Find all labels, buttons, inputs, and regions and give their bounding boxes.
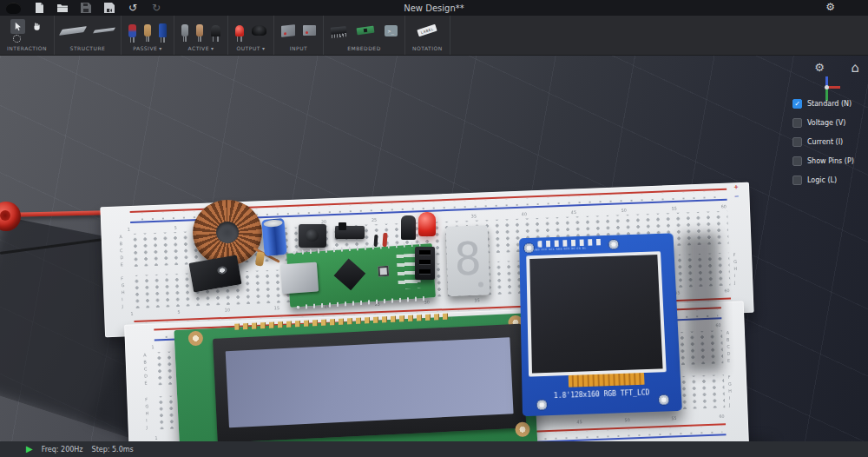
tft-lcd-module[interactable]: GND VCC SCL SDA RES DC CS BL 1.8'128x160… — [519, 233, 682, 416]
open-folder-icon[interactable] — [56, 2, 69, 14]
home-view-icon[interactable]: ⌂ — [851, 60, 859, 76]
row-letters-left-top: ABCDE — [142, 353, 150, 386]
rotate-tool-icon[interactable] — [13, 35, 21, 43]
cast-shadow — [681, 233, 723, 373]
undo-icon[interactable]: ↺ — [127, 2, 139, 14]
palette-group-embedded: >_ EMBEDDED — [324, 16, 405, 55]
arduino-nano[interactable] — [286, 243, 436, 308]
seven-segment-display[interactable]: 8 — [446, 225, 490, 296]
reset-button[interactable] — [378, 266, 389, 277]
resistor-icon[interactable] — [128, 24, 136, 37]
select-tool-cursor-icon[interactable] — [10, 19, 25, 34]
save-as-icon[interactable] — [103, 2, 115, 14]
palette-label-active[interactable]: ACTIVE▾ — [187, 43, 214, 53]
row-letters-left-bottom: FGHIJ — [144, 397, 152, 430]
tft-screen-frame — [526, 251, 666, 376]
usb-connector — [280, 262, 319, 295]
status-bar: ▶ Freq: 200Hz Step: 5.0ms — [0, 441, 868, 457]
component-palette: INTERACTION STRUCTURE PASSIVE▾ ACTI — [0, 16, 868, 56]
palette-label-input: INPUT — [290, 43, 307, 53]
female-header-socket[interactable] — [415, 247, 435, 280]
row-letters-right-bottom: FGHIJ — [733, 252, 740, 285]
dropdown-caret-icon: ▾ — [159, 45, 162, 51]
palette-group-notation: LABEL NOTATION — [405, 16, 450, 55]
buzzer-icon[interactable] — [252, 25, 266, 36]
checkbox-icon[interactable] — [792, 118, 802, 128]
palette-group-passive: PASSIVE▾ — [122, 16, 174, 55]
rail-plus-mark: + — [733, 183, 739, 190]
display-option-logic[interactable]: Logic (L) — [792, 176, 863, 185]
checkbox-icon[interactable] — [792, 176, 802, 185]
viewport-gear-icon[interactable]: ⚙ — [814, 61, 825, 74]
decimal-point — [478, 281, 483, 287]
breadboard-large-icon[interactable] — [59, 26, 87, 36]
row-letters-right-top: ABCDE — [726, 330, 733, 363]
sim-frequency: Freq: 200Hz — [42, 446, 83, 454]
save-icon[interactable] — [80, 2, 92, 14]
breadboard-small-icon[interactable] — [93, 27, 115, 33]
ic-chip-icon[interactable] — [331, 26, 347, 35]
capacitor-icon[interactable] — [159, 23, 167, 37]
play-button-icon[interactable]: ▶ — [26, 445, 33, 454]
power-supply-icon[interactable] — [281, 24, 295, 37]
lcd-bezel — [213, 324, 526, 441]
row-letters-left-top: ABCDE — [119, 234, 127, 267]
label-sticker-icon[interactable]: LABEL — [418, 24, 437, 36]
checkbox-checked-icon[interactable]: ✓ — [792, 99, 802, 109]
character-lcd-module[interactable] — [174, 313, 537, 441]
checkbox-icon[interactable] — [792, 137, 802, 147]
palette-label-passive[interactable]: PASSIVE▾ — [133, 43, 162, 53]
dropdown-caret-icon: ▾ — [211, 45, 214, 51]
palette-label-notation: NOTATION — [412, 43, 443, 53]
display-options-panel: ✓ Standard (N) Voltage (V) Current (I) S… — [792, 99, 863, 185]
rail-minus-mark: − — [733, 193, 739, 200]
tft-pin-labels: GND VCC SCL SDA RES DC CS BL — [533, 247, 587, 251]
display-option-voltage[interactable]: Voltage (V) — [792, 118, 863, 128]
new-file-icon[interactable] — [33, 2, 45, 14]
tft-pin-pads — [537, 239, 603, 248]
palette-label-embedded: EMBEDDED — [347, 43, 381, 53]
sim-step: Step: 5.0ms — [92, 446, 134, 454]
diode-icon[interactable] — [181, 24, 188, 36]
palette-label-structure: STRUCTURE — [70, 43, 106, 53]
palette-label-interaction: INTERACTION — [7, 43, 47, 53]
slide-switch[interactable] — [335, 226, 365, 239]
axis-x-red — [827, 86, 840, 89]
transistor-icon[interactable] — [211, 25, 220, 36]
display-option-show-pins[interactable]: Show Pins (P) — [792, 156, 863, 166]
red-led[interactable] — [418, 212, 436, 236]
push-button[interactable] — [299, 224, 326, 248]
tft-flex-cable — [569, 373, 645, 387]
title-bar: ↺ ↻ New Design** ⚙ — [0, 0, 868, 16]
bench-supply-icon[interactable] — [303, 25, 316, 36]
diode-tan-icon[interactable] — [196, 24, 203, 36]
palette-label-output[interactable]: OUTPUT▾ — [236, 43, 265, 53]
settings-gear-icon[interactable]: ⚙ — [825, 1, 835, 13]
electrolytic-capacitor[interactable] — [261, 218, 287, 256]
led-icon[interactable] — [235, 25, 244, 36]
resistor-tan-icon[interactable] — [144, 24, 151, 36]
viewport-3d[interactable]: + − 151015202530354045505560 ABCDE FGHIJ… — [0, 56, 868, 441]
checkbox-icon[interactable] — [792, 156, 802, 166]
app-window: ↺ ↻ New Design** ⚙ — [0, 0, 868, 457]
tft-screen — [529, 255, 662, 373]
palette-group-input: INPUT — [274, 16, 324, 55]
palette-group-output: OUTPUT▾ — [228, 16, 274, 55]
mcu-chip — [334, 259, 366, 291]
hand-tool-icon[interactable] — [29, 19, 43, 34]
palette-group-structure: STRUCTURE — [55, 16, 122, 55]
dropdown-caret-icon: ▾ — [262, 45, 266, 51]
row-letters-right-bottom: FGHIJ — [727, 374, 735, 407]
palette-group-interaction: INTERACTION — [0, 16, 55, 55]
redo-icon[interactable]: ↻ — [150, 2, 162, 14]
microcontroller-board-icon[interactable] — [357, 26, 375, 36]
row-letters-left-bottom: FGHIJ — [120, 275, 128, 308]
lcd-screen — [226, 337, 514, 427]
code-terminal-icon[interactable]: >_ — [385, 25, 398, 36]
palette-group-active: ACTIVE▾ — [174, 16, 228, 55]
display-option-standard[interactable]: ✓ Standard (N) — [792, 99, 863, 109]
app-logo-icon — [6, 3, 21, 14]
small-transistor[interactable] — [401, 215, 416, 240]
display-option-current[interactable]: Current (I) — [792, 137, 863, 147]
